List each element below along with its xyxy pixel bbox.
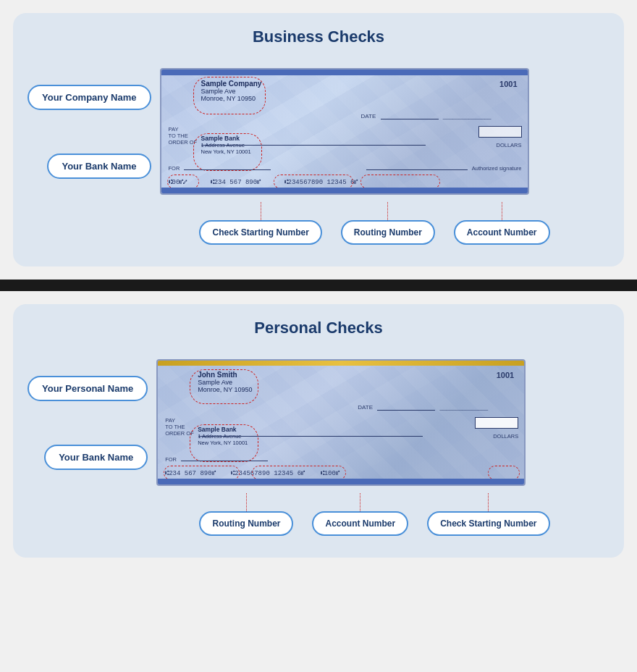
biz-micr-routing-oval <box>274 175 353 189</box>
personal-addr2: Monroe, NY 10950 <box>198 386 252 393</box>
biz-routing-connector: Routing Number <box>341 202 435 245</box>
personal-check-start-line <box>488 493 489 511</box>
biz-auth-sig: Authorized signature <box>366 165 521 172</box>
personal-diagram: Your Personal Name Your Bank Name 1001 J… <box>28 359 609 536</box>
biz-company-name-text: Sample Company <box>201 80 262 88</box>
business-check-row: Your Company Name Your Bank Name 1001 Sa… <box>28 68 609 195</box>
personal-date: DATE <box>358 404 488 411</box>
personal-section: Personal Checks Your Personal Name Your … <box>13 304 624 558</box>
personal-routing-label: Routing Number <box>199 511 293 536</box>
biz-routing-line <box>387 202 388 220</box>
biz-account-line <box>502 202 502 220</box>
personal-check-row: Your Personal Name Your Bank Name 1001 J… <box>28 359 609 486</box>
personal-check-image: 1001 John Smith Sample Ave Monroe, NY 10… <box>156 359 526 486</box>
personal-check-number: 1001 <box>497 371 514 379</box>
personal-micr-account-oval <box>252 466 346 480</box>
company-name-label: Your Company Name <box>28 85 151 110</box>
personal-account-line <box>360 493 360 511</box>
biz-dollar-box <box>478 126 522 138</box>
personal-name-info: John Smith Sample Ave Monroe, NY 10950 <box>198 371 252 393</box>
bank-name-label-biz: Your Bank Name <box>47 154 151 179</box>
biz-check-start-label: Check Starting Number <box>199 220 321 245</box>
biz-bottom-connector-row: Check Starting Number Routing Number Acc… <box>190 202 560 245</box>
biz-bank-info: Sample Bank 1 Address Avenue New York, N… <box>201 135 251 155</box>
biz-account-connector: Account Number <box>454 202 550 245</box>
biz-routing-label: Routing Number <box>341 220 435 245</box>
biz-account-label: Account Number <box>454 220 550 245</box>
biz-check-number: 1001 <box>499 80 517 88</box>
personal-account-label: Account Number <box>312 511 408 536</box>
personal-routing-line <box>246 493 247 511</box>
personal-bank-addr2: New York, NY 10001 <box>198 440 248 446</box>
biz-check-start-line <box>261 202 261 220</box>
biz-company-addr1: Sample Ave <box>201 88 262 95</box>
biz-company-addr2: Monroe, NY 10950 <box>201 95 262 102</box>
personal-micr-checknum-oval <box>488 466 520 480</box>
business-section: Business Checks Your Company Name Your B… <box>13 13 624 266</box>
biz-company-info: Sample Company Sample Ave Monroe, NY 109… <box>201 80 262 102</box>
personal-bank-info: Sample Bank 1 Address Avenue New York, N… <box>198 426 248 446</box>
biz-date: DATE <box>361 113 492 119</box>
personal-for-line: FOR <box>165 456 268 463</box>
personal-check-start-label: Check Starting Number <box>427 511 549 536</box>
biz-check-start-connector: Check Starting Number <box>199 202 321 245</box>
personal-bottom-connector-row: Routing Number Account Number Check Star… <box>190 493 560 536</box>
business-left-labels: Your Company Name Your Bank Name <box>28 85 151 179</box>
personal-dollars-text: DOLLARS <box>493 433 518 440</box>
biz-micr-account-oval <box>360 175 440 189</box>
personal-dollar-box <box>475 417 518 429</box>
biz-bank-name: Sample Bank <box>201 135 251 142</box>
personal-title: Personal Checks <box>28 319 609 337</box>
bank-name-label-personal: Your Bank Name <box>44 445 148 470</box>
personal-routing-connector: Routing Number <box>199 493 293 536</box>
business-check-image: 1001 Sample Company Sample Ave Monroe, N… <box>160 68 529 195</box>
personal-name-label: Your Personal Name <box>28 376 148 401</box>
personal-micr-routing-oval <box>164 466 240 480</box>
section-divider <box>0 280 637 291</box>
biz-micr-checknum-oval <box>167 175 199 189</box>
personal-name-text: John Smith <box>198 371 252 379</box>
biz-for-line: FOR <box>169 165 271 172</box>
biz-dollars-text: DOLLARS <box>497 142 522 148</box>
personal-check-start-connector: Check Starting Number <box>427 493 549 536</box>
business-diagram: Your Company Name Your Bank Name 1001 Sa… <box>28 68 609 245</box>
personal-account-connector: Account Number <box>312 493 408 536</box>
biz-bank-addr2: New York, NY 10001 <box>201 148 251 155</box>
biz-bank-addr1: 1 Address Avenue <box>201 142 251 148</box>
personal-bank-addr1: 1 Address Avenue <box>198 433 248 440</box>
personal-left-labels: Your Personal Name Your Bank Name <box>28 376 148 470</box>
personal-addr1: Sample Ave <box>198 379 252 386</box>
personal-bank-name: Sample Bank <box>198 426 248 433</box>
business-title: Business Checks <box>28 28 609 46</box>
